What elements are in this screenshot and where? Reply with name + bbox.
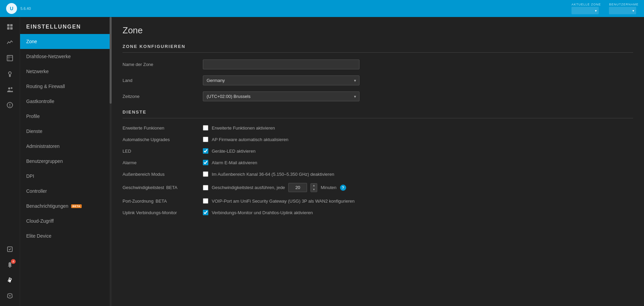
service-checkbox-5[interactable]: [203, 185, 208, 190]
svg-point-9: [9, 72, 11, 74]
nav-settings[interactable]: [3, 273, 17, 288]
service-checkbox-7[interactable]: [203, 210, 208, 215]
service-label-4: Außenbereich Modus: [123, 172, 197, 177]
service-right-7: Verbindungs-Monitor und Drahtlos-Uplink …: [203, 210, 633, 215]
service-checkbox-label-7: Verbindungs-Monitor und Drahtlos-Uplink …: [212, 210, 313, 215]
service-row-6: Port-ZuordnungBETAVOIP-Port am UniFi Sec…: [123, 198, 633, 204]
sidebar-header: EINSTELLUNGEN: [20, 17, 112, 34]
page-title: Zone: [123, 25, 633, 36]
svg-point-10: [8, 87, 10, 89]
help-icon[interactable]: ?: [340, 185, 346, 191]
main-content: Zone ZONE KONFIGURIEREN Name der Zone La…: [112, 17, 644, 306]
zeitzone-select-wrap: (UTC+02:00) Brussels (UTC+01:00) Berlin …: [203, 91, 359, 101]
service-checkbox-label-3: Alarm E-Mail aktivieren: [212, 160, 257, 165]
sidebar-item-profile[interactable]: Profile: [20, 109, 112, 124]
sidebar-item-controller[interactable]: Controller: [20, 184, 112, 199]
sidebar-item-gastkontrolle[interactable]: Gastkontrolle: [20, 94, 112, 109]
nav-stats[interactable]: [3, 35, 17, 50]
sidebar-scroll: ZoneDrahtlose-NetzwerkeNetzwerkeRouting …: [20, 34, 112, 306]
service-checkbox-2[interactable]: [203, 148, 208, 154]
sidebar-item-routing---firewall[interactable]: Routing & Firewall: [20, 79, 112, 94]
service-checkbox-label-4: Im Außenbereich Kanal 36-64 (5.150–5.350…: [212, 172, 334, 177]
name-control: [203, 60, 359, 69]
field-land: Land Germany Austria Switzerland United …: [123, 75, 633, 85]
svg-rect-2: [7, 24, 10, 27]
service-label-7: Uplink Verbindungs-Monitor: [123, 210, 197, 215]
zone-section: AKTUELLE ZONE BENUTZERNAME: [571, 3, 639, 14]
service-right-6: VOIP-Port am UniFi Security Gateway (USG…: [203, 198, 633, 204]
nav-map[interactable]: [3, 51, 17, 65]
land-select[interactable]: Germany Austria Switzerland United State…: [203, 75, 359, 85]
zeitzone-label: Zeitzone: [123, 94, 197, 99]
service-right-2: Geräte-LED aktivieren: [203, 148, 633, 154]
sidebar-item-drahtlose-netzwerke[interactable]: Drahtlose-Netzwerke: [20, 49, 112, 64]
sidebar-item-netzwerke[interactable]: Netzwerke: [20, 64, 112, 79]
sidebar-item-elite-device[interactable]: Elite Device: [20, 228, 112, 243]
service-right-1: AP Firmware automatisch aktualisieren: [203, 137, 633, 142]
sidebar-item-zone[interactable]: Zone: [20, 34, 112, 49]
sidebar-scrollthumb: [110, 17, 112, 104]
service-right-4: Im Außenbereich Kanal 36-64 (5.150–5.350…: [203, 171, 633, 177]
topbar: U 5.6.40 AKTUELLE ZONE BENUTZERNAME: [0, 0, 644, 17]
name-input[interactable]: [203, 60, 359, 69]
main-layout: 4 EINSTELLUNGEN ZoneDrahtlose-NetzwerkeN…: [0, 17, 644, 306]
service-label-5: GeschwindigkeitstestBETA: [123, 185, 197, 190]
zeitzone-control: (UTC+02:00) Brussels (UTC+01:00) Berlin …: [203, 91, 359, 101]
zone-dropdown-wrap[interactable]: [571, 7, 599, 14]
current-zone-wrap: AKTUELLE ZONE: [571, 3, 601, 14]
sidebar-item-benutzergruppen[interactable]: Benutzergruppen: [20, 154, 112, 169]
speed-stepper[interactable]: ▲▼: [310, 183, 317, 192]
service-checkbox-label-2: Geräte-LED aktivieren: [212, 149, 256, 154]
svg-point-17: [9, 295, 11, 296]
speed-down-button[interactable]: ▼: [311, 188, 317, 192]
service-checkbox-4[interactable]: [203, 171, 208, 177]
service-label-3: Alarme: [123, 160, 197, 165]
service-checkbox-0[interactable]: [203, 125, 208, 131]
username-dropdown-wrap[interactable]: [609, 7, 636, 14]
sidebar-item-dpi[interactable]: DPI: [20, 169, 112, 184]
field-zeitzone: Zeitzone (UTC+02:00) Brussels (UTC+01:00…: [123, 91, 633, 101]
icon-bar: 4: [0, 17, 20, 306]
service-checkbox-6[interactable]: [203, 198, 208, 204]
sidebar-item-administratoren[interactable]: Administratoren: [20, 139, 112, 154]
service-checkbox-label-1: AP Firmware automatisch aktualisieren: [212, 137, 288, 142]
svg-rect-16: [9, 267, 11, 268]
sidebar-item-benachrichtigungen[interactable]: BenachrichtigungenBETA: [20, 199, 112, 214]
svg-text:U: U: [10, 6, 13, 11]
nav-insights[interactable]: [3, 98, 17, 112]
sidebar: EINSTELLUNGEN ZoneDrahtlose-NetzwerkeNet…: [20, 17, 112, 306]
land-control: Germany Austria Switzerland United State…: [203, 75, 359, 85]
service-label-0: Erweiterte Funkionen: [123, 125, 197, 131]
services-container: Erweiterte FunkionenErweiterte Funktione…: [123, 125, 633, 215]
service-checkbox-3[interactable]: [203, 160, 208, 165]
nav-dashboard[interactable]: [3, 20, 17, 34]
svg-rect-4: [7, 27, 10, 30]
service-row-7: Uplink Verbindungs-MonitorVerbindungs-Mo…: [123, 210, 633, 215]
username-label: BENUTZERNAME: [609, 3, 639, 6]
land-select-wrap: Germany Austria Switzerland United State…: [203, 75, 359, 85]
svg-rect-3: [10, 24, 13, 27]
svg-rect-6: [7, 55, 13, 61]
username-dropdown[interactable]: [609, 7, 636, 14]
service-row-1: Automatische UpgradesAP Firmware automat…: [123, 137, 633, 142]
zone-label: AKTUELLE ZONE: [571, 3, 601, 6]
nav-clients[interactable]: [3, 82, 17, 97]
speed-up-button[interactable]: ▲: [311, 184, 317, 188]
sidebar-item-dienste[interactable]: Dienste: [20, 124, 112, 139]
service-checkbox-label-0: Erweiterte Funktionen aktivieren: [212, 125, 275, 131]
svg-point-11: [11, 87, 13, 89]
speed-unit-label: Minuten: [321, 185, 336, 190]
sidebar-scrolltrack: [110, 17, 112, 306]
speed-input[interactable]: [288, 183, 307, 192]
nav-notifications[interactable]: 4: [3, 258, 17, 272]
sidebar-item-cloud-zugriff[interactable]: Cloud-Zugriff: [20, 214, 112, 228]
zone-dropdown[interactable]: [571, 7, 599, 14]
service-checkbox-1[interactable]: [203, 137, 208, 142]
logo-area: U 5.6.40: [5, 2, 31, 15]
service-beta-badge-5: BETA: [166, 185, 177, 190]
nav-location[interactable]: [3, 67, 17, 81]
nav-support[interactable]: [3, 289, 17, 303]
service-right-5: Geschwindigkeitstest ausführen, jede▲▼Mi…: [203, 183, 633, 192]
zeitzone-select[interactable]: (UTC+02:00) Brussels (UTC+01:00) Berlin …: [203, 91, 359, 101]
nav-tasks[interactable]: [3, 242, 17, 256]
